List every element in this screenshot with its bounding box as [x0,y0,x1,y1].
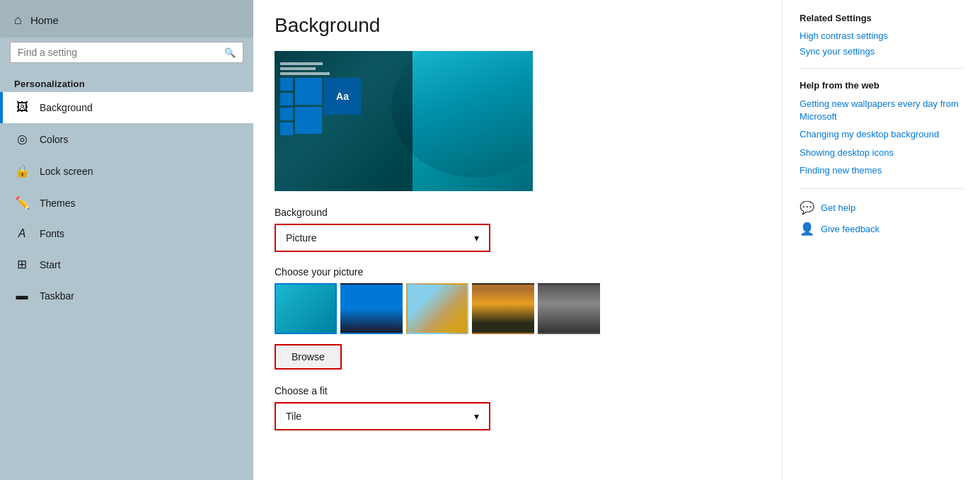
preview-bar-2 [280,67,316,70]
sidebar-item-label: Taskbar [40,290,74,302]
choose-fit-label: Choose a fit [275,385,746,396]
preview-tiles-row: Aa [280,78,361,135]
help-link-desktop-icons[interactable]: Showing desktop icons [800,147,963,159]
related-settings-title: Related Settings [800,13,963,23]
search-input[interactable] [18,47,224,58]
search-icon: 🔍 [224,47,236,58]
background-icon: 🖼 [14,101,30,115]
fit-dropdown-chevron-icon: ▾ [474,411,479,422]
fonts-icon: A [14,227,30,240]
preview-tile-med-2 [295,107,322,134]
give-feedback-link[interactable]: Give feedback [821,224,880,234]
preview-tile-sm-1 [280,78,293,91]
related-link-sync-settings[interactable]: Sync your settings [800,46,963,57]
sidebar-item-label: Background [40,102,93,113]
sidebar: ⌂ Home 🔍 Personalization 🖼 Background ◎ … [0,0,253,480]
background-preview: Aa [275,51,533,191]
sidebar-item-fonts[interactable]: A Fonts [0,219,253,248]
preview-tile-sm-2 [280,93,293,105]
sidebar-home-button[interactable]: ⌂ Home [0,0,253,38]
preview-overlay: Aa [275,51,413,191]
preview-tile-aa: Aa [324,78,361,115]
sidebar-item-label: Fonts [40,228,64,239]
help-link-desktop-bg[interactable]: Changing my desktop background [800,128,963,141]
background-dropdown-value: Picture [286,232,317,244]
sidebar-item-themes[interactable]: ✏️ Themes [0,187,253,219]
fit-dropdown-value: Tile [286,411,301,422]
search-box[interactable]: 🔍 [10,42,243,63]
browse-button[interactable]: Browse [275,344,342,370]
divider-2 [800,188,963,189]
page-title: Background [275,14,746,37]
picture-thumb-5[interactable] [538,283,600,334]
sidebar-item-lock-screen[interactable]: 🔒 Lock screen [0,155,253,187]
sidebar-item-start[interactable]: ⊞ Start [0,248,253,280]
themes-icon: ✏️ [14,195,30,210]
preview-bar-1 [280,62,323,65]
lock-icon: 🔒 [14,164,30,178]
get-help-link[interactable]: Get help [821,202,855,213]
sidebar-item-label: Lock screen [40,166,93,177]
help-link-wallpapers[interactable]: Getting new wallpapers every day from Mi… [800,98,963,123]
main-content: Background Aa [253,0,782,480]
related-link-high-contrast[interactable]: High contrast settings [800,30,963,41]
preview-bar-3 [280,72,330,75]
background-dropdown[interactable]: Picture ▾ [275,224,490,252]
preview-tile-sm-3 [280,108,293,120]
background-dropdown-label: Background [275,207,746,218]
taskbar-icon: ▬ [14,289,30,303]
home-label: Home [30,14,59,26]
preview-tile-med-1 [295,78,322,105]
get-help-row[interactable]: 💬 Get help [800,200,963,216]
sidebar-item-label: Themes [40,198,76,209]
picture-grid [275,283,746,334]
sidebar-item-taskbar[interactable]: ▬ Taskbar [0,280,253,312]
colors-icon: ◎ [14,132,30,147]
background-dropdown-chevron-icon: ▾ [474,232,479,244]
give-feedback-row[interactable]: 👤 Give feedback [800,222,963,237]
fit-dropdown[interactable]: Tile ▾ [275,402,490,430]
help-link-new-themes[interactable]: Finding new themes [800,164,963,177]
sidebar-item-label: Colors [40,134,68,145]
personalization-section-title: Personalization [0,73,253,92]
preview-bars [280,62,330,75]
right-panel: Related Settings High contrast settings … [782,0,980,480]
choose-picture-label: Choose your picture [275,266,746,278]
sidebar-item-colors[interactable]: ◎ Colors [0,123,253,155]
home-icon: ⌂ [14,13,22,28]
picture-thumb-1[interactable] [275,283,337,334]
picture-thumb-4[interactable] [472,283,534,334]
start-icon: ⊞ [14,257,30,272]
divider-1 [800,68,963,69]
sidebar-item-background[interactable]: 🖼 Background [0,92,253,123]
picture-thumb-3[interactable] [406,283,468,334]
picture-thumb-2[interactable] [340,283,403,334]
sidebar-item-label: Start [40,259,61,270]
give-feedback-icon: 👤 [800,222,815,237]
help-from-web-title: Help from the web [800,80,963,91]
preview-tile-sm-4 [280,122,293,135]
get-help-icon: 💬 [800,200,815,216]
